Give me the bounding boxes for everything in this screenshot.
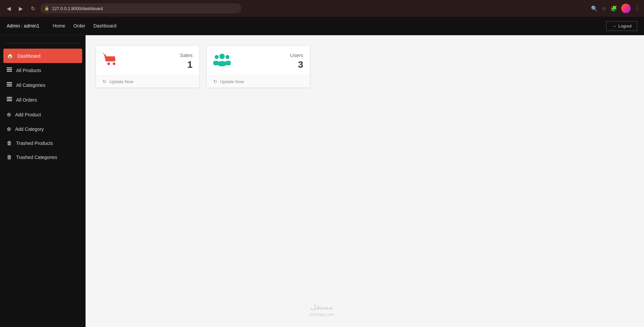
sales-cart-icon [103,52,119,70]
sidebar-item-all-orders[interactable]: All Orders [0,93,86,107]
sales-card: Sales 1 ↻ Update Now [96,45,200,88]
sales-info: Sales 1 [180,52,193,70]
svg-rect-8 [7,100,12,101]
svg-point-9 [108,63,110,65]
sidebar: 🏠 Dashboard All Products [0,35,86,327]
sidebar-label-trashed-products: Trashed Products [16,141,53,146]
top-nav: Admin : admin1 Home Order Dashboard → Lo… [0,17,644,35]
brand-user: admin1 [24,23,39,29]
nav-home[interactable]: Home [53,23,65,29]
logout-button[interactable]: → Logout [606,21,637,31]
users-value: 3 [290,59,303,70]
sales-card-body: Sales 1 [96,46,199,75]
svg-rect-3 [7,82,12,83]
sidebar-label-trashed-categories: Trashed Categories [16,155,57,160]
users-update-label: Update Now [220,79,244,84]
avatar-icon[interactable] [621,4,631,13]
app-container: Admin : admin1 Home Order Dashboard → Lo… [0,17,644,327]
sidebar-item-all-categories[interactable]: All Categories [0,78,86,93]
url-text: 127.0.0.1:8000/dashboard [52,6,103,11]
sales-label: Sales [180,52,193,58]
svg-rect-7 [7,99,12,100]
all-products-icon [7,67,12,74]
sidebar-item-trashed-categories[interactable]: 🗑 Trashed Categories [0,150,86,164]
address-bar[interactable]: 🔒 127.0.0.1:8000/dashboard [40,3,241,13]
sidebar-divider [5,43,80,43]
sidebar-item-add-category[interactable]: ⊕ Add Category [0,122,86,136]
watermark-logo: مستقل [310,303,334,311]
logout-arrow-icon: → [612,23,616,29]
nav-order[interactable]: Order [73,23,86,29]
sidebar-label-dashboard: Dashboard [17,53,41,59]
nav-links: Home Order Dashboard [53,23,606,29]
sidebar-item-trashed-products[interactable]: 🗑 Trashed Products [0,136,86,150]
browser-chrome: ◀ ▶ ↻ 🔒 127.0.0.1:8000/dashboard 🔍 ☆ 🧩 ⋮ [0,0,644,17]
users-refresh-icon: ↻ [213,79,217,84]
svg-rect-1 [7,69,12,70]
svg-point-15 [225,55,229,59]
svg-rect-6 [7,97,12,98]
sidebar-item-dashboard[interactable]: 🏠 Dashboard [3,49,82,63]
brand: Admin : admin1 [7,23,39,29]
sidebar-item-add-product[interactable]: ⊕ Add Product [0,107,86,122]
back-button[interactable]: ◀ [4,4,13,13]
browser-actions: 🔍 ☆ 🧩 ⋮ [591,4,640,13]
users-card: Users 3 ↻ Update Now [206,45,310,88]
svg-rect-2 [7,71,12,72]
sales-refresh-icon: ↻ [103,79,107,84]
extension-icon[interactable]: 🧩 [610,5,617,12]
sidebar-label-all-products: All Products [16,68,41,73]
add-product-icon: ⊕ [7,111,11,118]
footer-watermark: مستقل mostaql.com [310,303,334,317]
stats-cards-row: Sales 1 ↻ Update Now [96,45,634,88]
sidebar-label-add-product: Add Product [15,112,41,117]
nav-dashboard[interactable]: Dashboard [93,23,116,29]
logout-label: Logout [618,23,632,29]
svg-point-13 [215,55,219,59]
forward-button[interactable]: ▶ [16,4,25,13]
users-group-icon [213,52,231,70]
sidebar-label-add-category: Add Category [15,126,44,132]
watermark-domain: mostaql.com [310,312,334,317]
menu-icon[interactable]: ⋮ [635,5,640,12]
all-orders-icon [7,97,12,103]
sales-value: 1 [180,59,193,70]
trashed-products-icon: 🗑 [7,140,12,146]
svg-rect-0 [7,67,12,68]
search-icon[interactable]: 🔍 [591,5,598,12]
all-categories-icon [7,82,12,89]
sidebar-label-all-orders: All Orders [16,97,37,103]
security-icon: 🔒 [44,6,49,11]
main-layout: 🏠 Dashboard All Products [0,35,644,327]
users-info: Users 3 [290,52,303,70]
content-area: Sales 1 ↻ Update Now [86,35,644,327]
bookmark-icon[interactable]: ☆ [602,5,606,12]
sidebar-item-all-products[interactable]: All Products [0,63,86,78]
svg-point-11 [219,54,225,59]
add-category-icon: ⊕ [7,126,11,132]
sales-update-label: Update Now [109,79,133,84]
users-update-button[interactable]: ↻ Update Now [207,75,310,88]
users-label: Users [290,52,303,58]
brand-label: Admin : [7,23,22,29]
svg-rect-5 [7,86,12,87]
svg-point-10 [113,63,115,65]
users-card-body: Users 3 [207,46,310,75]
sales-update-button[interactable]: ↻ Update Now [96,75,199,88]
sidebar-label-all-categories: All Categories [16,83,45,88]
dashboard-icon: 🏠 [7,53,13,59]
svg-rect-4 [7,84,12,85]
trashed-categories-icon: 🗑 [7,154,12,160]
reload-button[interactable]: ↻ [28,4,38,13]
